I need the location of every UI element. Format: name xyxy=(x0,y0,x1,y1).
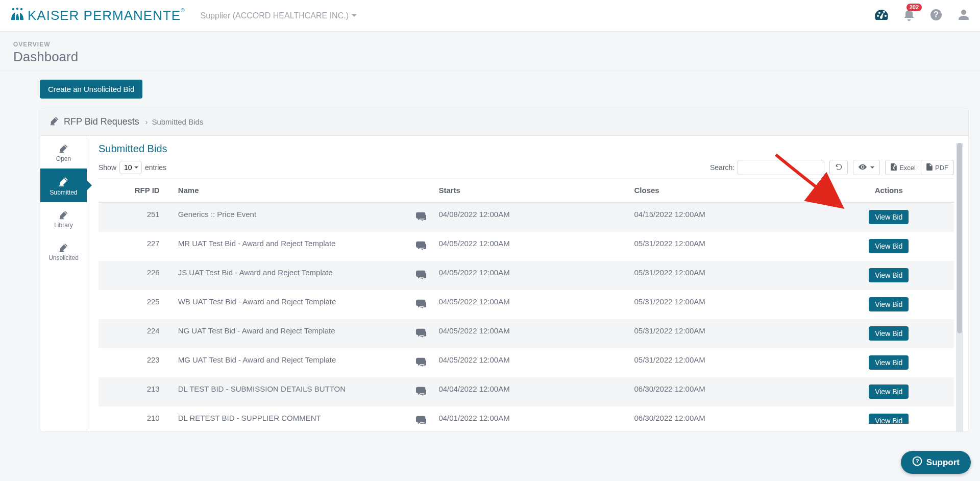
col-name[interactable]: Name xyxy=(172,179,433,203)
table-row: 225WB UAT Test Bid - Award and Reject Te… xyxy=(99,290,954,319)
undo-icon xyxy=(835,163,842,172)
page-size-control: Show 10 entries xyxy=(99,161,166,174)
tab-unsolicited[interactable]: Unsolicited xyxy=(40,235,87,268)
breadcrumb-current: Submitted Bids xyxy=(152,117,203,126)
user-profile-icon[interactable] xyxy=(958,9,970,22)
cell-closes: 05/31/2022 12:00AM xyxy=(628,261,824,290)
create-unsolicited-bid-button[interactable]: Create an Unsolicited Bid xyxy=(40,80,142,99)
cell-rfp-id: 225 xyxy=(99,290,172,319)
page-size-select[interactable]: 10 xyxy=(119,161,142,174)
gavel-icon xyxy=(50,115,60,128)
table-row: 223MG UAT Test Bid - Award and Reject Te… xyxy=(99,348,954,377)
tab-open-label: Open xyxy=(56,155,71,162)
tab-library[interactable]: Library xyxy=(40,202,87,235)
page-title: Dashboard xyxy=(13,49,967,65)
topbar: KAISER PERMANENTE® Supplier (ACCORD HEAL… xyxy=(0,0,980,32)
notifications-bell-icon[interactable]: 202 xyxy=(903,9,915,22)
brand-logo[interactable]: KAISER PERMANENTE® xyxy=(10,8,185,23)
cell-actions: View Bid xyxy=(824,406,954,431)
side-tabs: Open Submitted Library Unsolicited xyxy=(40,136,87,431)
support-button[interactable]: ? Support xyxy=(901,451,971,474)
supplier-switcher[interactable]: Supplier (ACCORD HEALTHCARE INC.) xyxy=(201,11,357,20)
cell-actions: View Bid xyxy=(824,232,954,261)
help-icon[interactable]: ? xyxy=(930,9,942,22)
view-bid-button[interactable]: View Bid xyxy=(869,355,909,370)
cell-rfp-id: 224 xyxy=(99,319,172,348)
view-bid-button[interactable]: View Bid xyxy=(869,326,909,341)
comments-icon[interactable] xyxy=(416,416,426,424)
view-bid-button[interactable]: View Bid xyxy=(869,297,909,311)
comments-icon[interactable] xyxy=(416,299,426,310)
page-heading: OVERVIEW Dashboard xyxy=(0,32,980,70)
cell-rfp-id: 251 xyxy=(99,202,172,232)
scrollbar-thumb[interactable] xyxy=(957,143,962,333)
section-title: Submitted Bids xyxy=(99,143,954,155)
cell-actions: View Bid xyxy=(824,377,954,406)
comments-icon[interactable] xyxy=(416,328,426,339)
supplier-label: Supplier (ACCORD HEALTHCARE INC.) xyxy=(201,11,349,20)
tab-library-label: Library xyxy=(54,222,73,229)
entries-label: entries xyxy=(145,163,166,172)
comments-icon[interactable] xyxy=(416,387,426,397)
column-visibility-button[interactable] xyxy=(853,160,880,175)
chevron-down-icon xyxy=(352,14,357,17)
view-bid-button[interactable]: View Bid xyxy=(869,268,909,282)
svg-point-0 xyxy=(12,8,14,10)
svg-text:?: ? xyxy=(934,10,939,19)
vertical-scrollbar[interactable] xyxy=(956,143,963,431)
cell-closes: 04/15/2022 12:00AM xyxy=(628,202,824,232)
comments-icon[interactable] xyxy=(416,241,426,252)
table-row: 210DL RETEST BID - SUPPLIER COMMENT04/01… xyxy=(99,406,954,431)
table-row: 226JS UAT Test Bid - Award and Reject Te… xyxy=(99,261,954,290)
cell-closes: 05/31/2022 12:00AM xyxy=(628,348,824,377)
comments-icon[interactable] xyxy=(416,357,426,368)
view-bid-button[interactable]: View Bid xyxy=(869,239,909,253)
breadcrumb-separator: › xyxy=(145,118,148,126)
view-bid-button[interactable]: View Bid xyxy=(869,414,909,424)
view-bid-button[interactable]: View Bid xyxy=(869,210,909,224)
cell-name: WB UAT Test Bid - Award and Reject Templ… xyxy=(172,290,433,319)
view-bid-button[interactable]: View Bid xyxy=(869,384,909,399)
export-pdf-button[interactable]: PDF xyxy=(921,160,954,175)
table-row: 227MR UAT Test Bid - Award and Reject Te… xyxy=(99,232,954,261)
col-closes[interactable]: Closes xyxy=(628,179,824,203)
export-pdf-label: PDF xyxy=(935,164,948,172)
table-row: 224NG UAT Test Bid - Award and Reject Te… xyxy=(99,319,954,348)
brand-mark-icon xyxy=(10,8,24,20)
help-circle-icon: ? xyxy=(912,456,922,469)
dashboard-gauge-icon[interactable] xyxy=(875,10,888,21)
table-row: 251Generics :: Price Event04/08/2022 12:… xyxy=(99,202,954,232)
overview-label: OVERVIEW xyxy=(13,41,967,48)
notification-count-badge: 202 xyxy=(906,4,922,11)
table-row: 213DL TEST BID - SUBMISSION DETAILS BUTT… xyxy=(99,377,954,406)
col-rfp-id[interactable]: RFP ID xyxy=(99,179,172,203)
search-input[interactable] xyxy=(738,160,824,175)
chevron-down-icon xyxy=(870,166,874,169)
cell-actions: View Bid xyxy=(824,319,954,348)
rfp-panel: RFP Bid Requests › Submitted Bids Open S… xyxy=(40,108,969,432)
reset-filters-button[interactable] xyxy=(829,160,848,175)
cell-name: MR UAT Test Bid - Award and Reject Templ… xyxy=(172,232,433,261)
cell-name: MG UAT Test Bid - Award and Reject Templ… xyxy=(172,348,433,377)
cell-starts: 04/05/2022 12:00AM xyxy=(432,232,628,261)
cell-name: DL RETEST BID - SUPPLIER COMMENT xyxy=(172,406,433,431)
eye-icon xyxy=(859,164,867,172)
export-excel-button[interactable]: Excel xyxy=(885,160,921,175)
bids-table: RFP ID Name Starts Closes Actions 251Gen… xyxy=(99,178,954,431)
svg-point-1 xyxy=(16,8,18,10)
panel-breadcrumb: RFP Bid Requests › Submitted Bids xyxy=(40,108,968,136)
cell-starts: 04/08/2022 12:00AM xyxy=(432,202,628,232)
cell-closes: 05/31/2022 12:00AM xyxy=(628,290,824,319)
cell-rfp-id: 210 xyxy=(99,406,172,431)
breadcrumb-root[interactable]: RFP Bid Requests xyxy=(64,116,139,127)
cell-starts: 04/05/2022 12:00AM xyxy=(432,348,628,377)
cell-closes: 06/30/2022 12:00AM xyxy=(628,377,824,406)
svg-point-2 xyxy=(20,8,22,10)
tab-open[interactable]: Open xyxy=(40,136,87,169)
tab-submitted[interactable]: Submitted xyxy=(40,169,87,202)
cell-rfp-id: 227 xyxy=(99,232,172,261)
col-starts[interactable]: Starts xyxy=(432,179,628,203)
cell-closes: 05/31/2022 12:00AM xyxy=(628,232,824,261)
comments-icon[interactable] xyxy=(416,270,426,281)
comments-icon[interactable] xyxy=(416,212,426,223)
